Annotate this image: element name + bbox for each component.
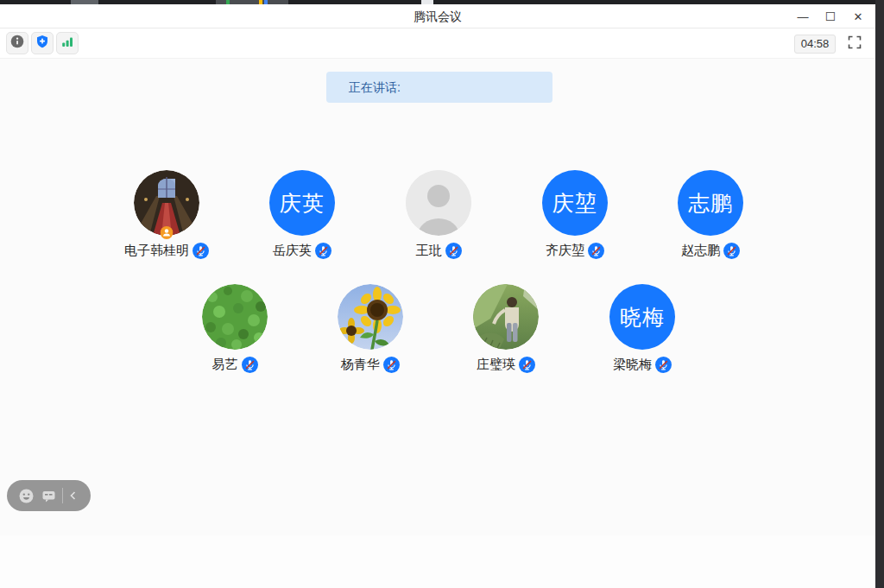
avatar-initials: 庆英: [269, 170, 335, 236]
avatar-initials-text: 志鹏: [688, 189, 733, 218]
mic-muted-icon: [383, 357, 400, 373]
mic-muted-icon: [588, 243, 604, 259]
now-speaking-banner: 正在讲话:: [326, 72, 552, 103]
signal-bars-icon: [60, 35, 74, 52]
participant-name: 电子韩桂明: [124, 243, 189, 259]
meeting-security-status-button[interactable]: [31, 32, 54, 54]
quick-caption-button[interactable]: [41, 488, 57, 504]
window-title: 腾讯会议: [0, 4, 875, 28]
participant-tile[interactable]: 庆堃 齐庆堃: [508, 170, 642, 259]
avatar-initials-text: 晓梅: [620, 303, 665, 332]
participant-tile[interactable]: 晓梅 梁晓梅: [575, 284, 710, 373]
meeting-timer: 04:58: [794, 35, 836, 54]
shield-plus-icon: [35, 35, 49, 52]
participant-tile[interactable]: 电子韩桂明: [99, 170, 234, 259]
avatar-photo-field-person: [473, 284, 539, 350]
mic-muted-icon: [242, 357, 258, 373]
meeting-info-button[interactable]: [6, 32, 28, 54]
avatar-initials: 晓梅: [609, 284, 675, 350]
mic-muted-icon: [445, 243, 462, 259]
avatar-photo-church: [134, 170, 199, 236]
avatar-placeholder-person-icon: [406, 170, 471, 236]
participant-name: 齐庆堃: [546, 243, 584, 259]
window-controls: — ☐ ✕: [789, 4, 872, 28]
quick-emoji-button[interactable]: [18, 488, 35, 504]
participant-tile[interactable]: 杨青华: [303, 284, 438, 373]
avatar-photo-sunflower: [338, 284, 403, 350]
participant-tile[interactable]: 王玭: [371, 170, 506, 259]
mic-muted-icon: [519, 357, 535, 373]
titlebar: 腾讯会议 — ☐ ✕: [0, 4, 875, 28]
mic-muted-icon: [723, 243, 740, 259]
host-badge-icon: [161, 226, 174, 239]
meeting-topbar: 04:58: [0, 28, 875, 59]
participant-name: 庄璧瑛: [477, 357, 515, 373]
minimize-button[interactable]: —: [789, 4, 817, 28]
network-quality-button[interactable]: [56, 32, 79, 54]
close-button[interactable]: ✕: [844, 4, 872, 28]
participant-name: 梁晓梅: [613, 357, 652, 373]
fullscreen-expand-icon: [847, 35, 862, 54]
background-desktop-edge: [875, 0, 884, 588]
participant-name: 王玭: [416, 243, 442, 259]
participant-tile[interactable]: 庄璧瑛: [439, 284, 573, 373]
fullscreen-button[interactable]: [844, 35, 865, 54]
participant-tile[interactable]: 易艺: [167, 284, 302, 373]
pill-divider: [62, 488, 63, 503]
participant-name: 杨青华: [341, 357, 380, 373]
bottom-toolbar: 解除静音 开启视频 共享屏幕 安全 邀请: [0, 535, 875, 588]
collapse-pill-button[interactable]: [67, 490, 79, 502]
avatar-photo-foliage: [202, 284, 268, 350]
quick-reaction-pill: [7, 480, 91, 511]
participant-tile[interactable]: 志鹏 赵志鹏: [643, 170, 778, 259]
tencent-meeting-window: 腾讯会议 — ☐ ✕ 04:58: [0, 0, 884, 588]
participant-name: 岳庆英: [273, 243, 312, 259]
avatar-initials: 志鹏: [678, 170, 743, 236]
avatar-initials-text: 庆堃: [552, 189, 597, 218]
mic-muted-icon: [315, 243, 332, 259]
avatar-initials: 庆堃: [542, 170, 608, 236]
participant-tile[interactable]: 庆英 岳庆英: [235, 170, 369, 259]
mic-muted-icon: [193, 243, 209, 259]
maximize-button[interactable]: ☐: [817, 4, 844, 28]
info-icon: [10, 35, 24, 52]
avatar-initials-text: 庆英: [280, 189, 325, 218]
participant-name: 易艺: [212, 357, 238, 373]
participant-name: 赵志鹏: [681, 243, 720, 259]
mic-muted-icon: [655, 357, 672, 373]
